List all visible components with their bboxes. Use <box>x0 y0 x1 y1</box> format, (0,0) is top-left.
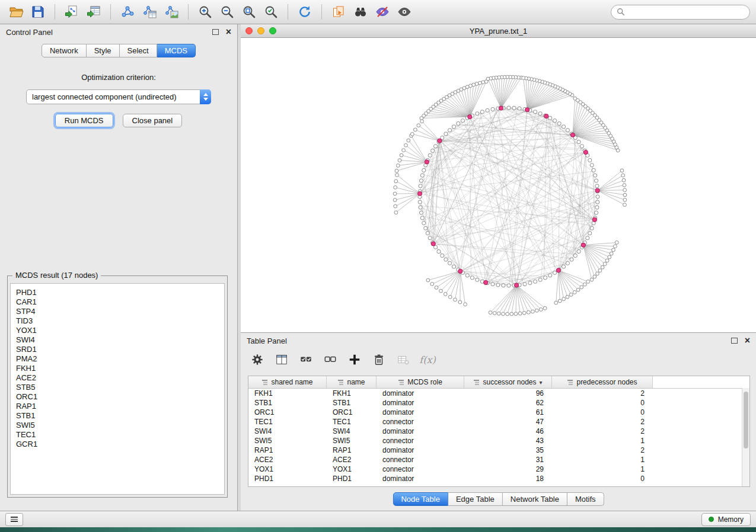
import-table-button[interactable] <box>84 2 104 21</box>
mcds-result-node[interactable]: YOX1 <box>16 326 219 335</box>
scrollbar-thumb[interactable] <box>744 392 748 448</box>
mcds-result-node[interactable]: SWI5 <box>16 421 219 430</box>
tab-network[interactable]: Network <box>42 44 87 57</box>
criterion-dropdown[interactable]: largest connected component (undirected) <box>26 89 211 104</box>
close-panel-icon[interactable]: × <box>745 336 750 345</box>
table-settings-button[interactable] <box>250 352 264 367</box>
mcds-result-node[interactable]: FKH1 <box>16 364 219 373</box>
zoom-in-button[interactable] <box>195 2 215 21</box>
cell: 0 <box>552 475 653 483</box>
select-all-button[interactable] <box>299 352 313 367</box>
table-tab-network-table[interactable]: Network Table <box>503 492 567 506</box>
show-details-button[interactable] <box>394 2 414 21</box>
mcds-result-node[interactable]: GCR1 <box>16 440 219 449</box>
mcds-result-node[interactable]: STB5 <box>16 383 219 392</box>
eye-icon <box>397 5 412 19</box>
memory-button[interactable]: Memory <box>701 513 751 526</box>
table-row[interactable]: SWI5SWI5connector431 <box>248 436 749 446</box>
cell: PHD1 <box>327 475 377 483</box>
mcds-result-node[interactable]: RAP1 <box>16 402 219 411</box>
run-mcds-button[interactable]: Run MCDS <box>55 114 113 127</box>
zoom-out-button[interactable] <box>217 2 237 21</box>
open-session-button[interactable] <box>6 2 26 21</box>
column-header-predecessor-nodes[interactable]: predecessor nodes <box>552 376 653 388</box>
table-row[interactable]: PHD1PHD1dominator180 <box>248 474 749 483</box>
mcds-result-node[interactable]: SWI4 <box>16 335 219 345</box>
floppy-disk-icon <box>31 5 45 19</box>
cell: 1 <box>552 465 653 473</box>
mcds-result-list[interactable]: PHD1CAR1STP4TID3YOX1SWI4SRD1PMA2FKH1ACE2… <box>10 283 225 495</box>
cell: 0 <box>552 399 653 407</box>
tab-style[interactable]: Style <box>87 44 120 57</box>
mcds-result-node[interactable]: ACE2 <box>16 373 219 383</box>
attribute-icon <box>473 379 480 386</box>
find-button[interactable] <box>350 2 371 21</box>
hide-details-button[interactable] <box>372 2 393 21</box>
mcds-result-node[interactable]: STP4 <box>16 307 219 316</box>
mcds-result-node[interactable]: SRD1 <box>16 345 219 354</box>
desktop-wallpaper-strip <box>0 527 756 532</box>
cell: connector <box>377 465 464 473</box>
folder-open-icon <box>9 5 24 19</box>
close-mcds-panel-button[interactable]: Close panel <box>123 114 183 127</box>
column-selector-button[interactable] <box>275 352 289 367</box>
column-header-shared-name[interactable]: shared name <box>248 376 327 388</box>
add-row-button[interactable] <box>347 352 362 367</box>
mcds-result-node[interactable]: PMA2 <box>16 354 219 364</box>
tab-select[interactable]: Select <box>120 44 157 57</box>
table-row[interactable]: RAP1RAP1dominator352 <box>248 446 749 455</box>
deselect-all-button[interactable] <box>323 352 337 367</box>
table-tab-edge-table[interactable]: Edge Table <box>448 492 503 506</box>
mcds-result-group: MCDS result (17 nodes) PHD1CAR1STP4TID3Y… <box>7 275 228 498</box>
column-header-MCDS-role[interactable]: MCDS role <box>377 376 464 388</box>
table-vertical-scrollbar[interactable] <box>742 388 749 486</box>
duplicate-network-button[interactable] <box>328 2 349 21</box>
table-tab-node-table[interactable]: Node Table <box>393 492 448 506</box>
zoom-selected-button[interactable] <box>261 2 281 21</box>
save-session-button[interactable] <box>28 2 48 21</box>
table-row[interactable]: STB1STB1dominator620 <box>248 398 749 408</box>
table-row[interactable]: TEC1TEC1connector472 <box>248 417 749 427</box>
search-icon <box>617 8 625 16</box>
delete-row-button[interactable] <box>372 352 386 367</box>
table-row[interactable]: ORC1ORC1dominator610 <box>248 408 749 417</box>
status-menu-button[interactable] <box>5 513 23 526</box>
zoom-out-icon <box>220 5 234 19</box>
network-from-table-button[interactable] <box>139 2 160 21</box>
search-box[interactable] <box>611 5 750 20</box>
network-graph[interactable] <box>241 38 756 332</box>
cell: 29 <box>464 465 552 473</box>
search-input[interactable] <box>629 7 744 17</box>
network-from-image-button[interactable] <box>161 2 181 21</box>
network-canvas[interactable] <box>241 38 756 332</box>
mcds-result-node[interactable]: TEC1 <box>16 430 219 440</box>
mcds-result-node[interactable]: ORC1 <box>16 392 219 402</box>
column-header-successor-nodes[interactable]: successor nodes▾ <box>464 376 552 388</box>
cell: ACE2 <box>327 456 377 464</box>
trash-icon <box>372 353 385 366</box>
tab-mcds[interactable]: MCDS <box>157 44 196 57</box>
column-header-name[interactable]: name <box>327 376 377 388</box>
mcds-result-node[interactable]: PHD1 <box>16 288 219 297</box>
import-network-button[interactable] <box>62 2 82 21</box>
refresh-button[interactable] <box>295 2 315 21</box>
cell: 18 <box>464 475 552 483</box>
float-panel-icon[interactable] <box>212 29 219 35</box>
network-window-titlebar[interactable]: YPA_prune.txt_1 <box>241 24 756 38</box>
cell: RAP1 <box>248 446 327 454</box>
cell: connector <box>377 437 464 445</box>
table-row[interactable]: SWI4SWI4dominator462 <box>248 427 749 436</box>
zoom-fit-button[interactable] <box>239 2 259 21</box>
table-row[interactable]: YOX1YOX1connector291 <box>248 464 749 474</box>
table-row[interactable]: ACE2ACE2connector311 <box>248 455 749 464</box>
close-panel-icon[interactable]: × <box>226 27 231 37</box>
new-network-button[interactable] <box>117 2 138 21</box>
cell: 1 <box>552 437 653 445</box>
table-tab-motifs[interactable]: Motifs <box>567 492 604 506</box>
mcds-result-node[interactable]: CAR1 <box>16 297 219 307</box>
network-image-icon <box>164 5 178 19</box>
float-panel-icon[interactable] <box>731 338 738 344</box>
table-row[interactable]: FKH1FKH1dominator962 <box>248 389 749 398</box>
mcds-result-node[interactable]: TID3 <box>16 316 219 326</box>
mcds-result-node[interactable]: STB1 <box>16 411 219 421</box>
